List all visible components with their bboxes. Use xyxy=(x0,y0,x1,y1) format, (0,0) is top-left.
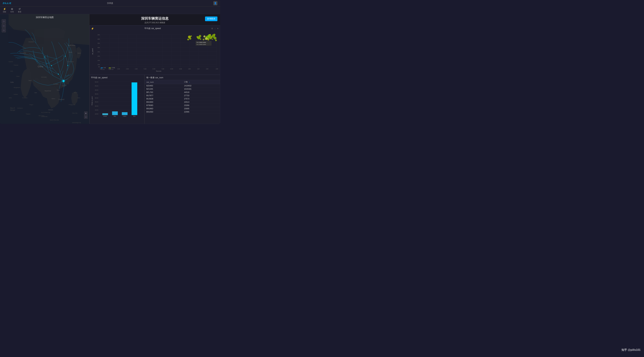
zoom-controls: + − xyxy=(84,112,88,119)
svg-text:Bangladesh: Bangladesh xyxy=(14,87,20,88)
add-chart-button[interactable]: 新增图表 xyxy=(205,16,218,21)
svg-text:Japan: Japan xyxy=(77,52,81,54)
svg-text:South China Sea: South China Sea xyxy=(50,120,59,120)
map-control-3[interactable]: □ xyxy=(2,28,6,32)
top-bar: ZILLIZ 仪表盘 👤 xyxy=(0,0,220,6)
svg-text:Myanmar: Myanmar xyxy=(45,90,51,92)
svg-text:50: 50 xyxy=(98,66,100,68)
scatter-filter-icon[interactable]: ⚡ xyxy=(91,27,94,30)
main-content: 深圳车辆营运地图 □ □ □ xyxy=(0,14,220,124)
svg-text:2.0M: 2.0M xyxy=(117,68,120,70)
map-controls: □ □ □ xyxy=(2,19,6,32)
svg-text:Kashmir: Kashmir xyxy=(8,61,13,62)
scatter-chart-title: 平均值 car_speed xyxy=(144,27,161,30)
svg-text:SICHUAN: SICHUAN xyxy=(41,76,46,78)
table-row: BFL763 44518 xyxy=(145,91,220,94)
toolbar-reset[interactable]: ↺ 重置 xyxy=(18,8,21,13)
cell-count: 27733 xyxy=(182,94,220,97)
col-count[interactable]: 计数 ↓ xyxy=(182,80,220,84)
svg-point-117 xyxy=(205,37,208,40)
svg-rect-149 xyxy=(102,114,108,115)
svg-point-4 xyxy=(58,74,59,75)
svg-text:Mongolia: Mongolia xyxy=(20,52,26,54)
table-row: B9190D 24513 xyxy=(145,100,220,104)
cell-car-num: B9186D xyxy=(145,107,182,110)
svg-text:7.0M: 7.0M xyxy=(161,68,164,70)
svg-text:Nha Trang: Nha Trang xyxy=(39,115,44,116)
toolbar-clear[interactable]: ⚡ 清除 xyxy=(3,8,6,13)
table-scroll[interactable]: car_num 计数 ↓ BZ0483 1419932 BZ1345 10191… xyxy=(145,80,220,114)
bar-chart-svg: 500.00 450.00 400.00 350.00 300.00 250.0… xyxy=(91,80,143,123)
zoom-in-button[interactable]: + xyxy=(84,112,88,115)
user-icon[interactable]: 👤 xyxy=(213,1,218,5)
map-control-2[interactable]: □ xyxy=(2,24,6,28)
svg-point-100 xyxy=(187,39,189,40)
table-row: BU7877 27733 xyxy=(145,94,220,97)
svg-text:300.00: 300.00 xyxy=(95,98,98,98)
map-svg: China Mongolia India Myanmar Thailand No… xyxy=(0,14,89,124)
svg-point-103 xyxy=(199,35,201,37)
svg-text:350.00: 350.00 xyxy=(95,94,98,95)
zoom-out-button[interactable]: − xyxy=(84,115,88,119)
toolbar-layout[interactable]: ⊞ 布局 xyxy=(10,8,14,13)
svg-text:Shanghai: Shanghai xyxy=(53,84,58,85)
scatter-chart-svg: 450 400 350 300 250 200 150 100 50 0.0 1… xyxy=(91,31,218,72)
svg-text:4.0M: 4.0M xyxy=(135,68,138,70)
svg-text:13M: 13M xyxy=(216,68,218,70)
svg-point-3 xyxy=(62,79,65,83)
svg-text:货运: 货运 xyxy=(133,116,136,117)
cell-count: 24513 xyxy=(182,100,220,104)
svg-point-6 xyxy=(44,56,45,58)
svg-text:Kolkata: Kolkata xyxy=(14,94,18,95)
scatter-settings-icon[interactable]: ⚙ xyxy=(211,27,213,30)
dashboard-subtitle: 总共277,502,913 条数据 xyxy=(92,21,218,24)
svg-text:5.0M: 5.0M xyxy=(144,68,146,70)
bar-chart-header: 平均值 car_speed xyxy=(91,76,143,79)
scatter-download-icon[interactable]: ↓ xyxy=(214,27,216,30)
svg-text:450.00: 450.00 xyxy=(95,85,98,86)
svg-text:Jaffna: Jaffna xyxy=(8,97,12,98)
svg-text:Taipei: Taipei xyxy=(56,90,60,91)
svg-text:300: 300 xyxy=(98,47,100,48)
scatter-chart-box: ⚡ 平均值 car_speed ⚙ ↓ ✕ xyxy=(90,26,220,75)
svg-text:Sri Lanka: Sri Lanka xyxy=(22,97,28,98)
sort-icon: ↓ xyxy=(189,81,190,83)
svg-rect-125 xyxy=(109,68,111,68)
cell-car-num: BFL763 xyxy=(145,91,182,94)
svg-text:Taiwan: Taiwan xyxy=(62,85,66,86)
svg-text:3.0M: 3.0M xyxy=(126,68,129,70)
svg-point-101 xyxy=(190,36,192,37)
svg-text:100.00: 100.00 xyxy=(95,114,98,114)
svg-point-116 xyxy=(215,40,217,41)
svg-text:350: 350 xyxy=(98,43,100,44)
logo: ZILLIZ xyxy=(3,2,12,4)
svg-text:平均值 car_speed: 平均值 car_speed xyxy=(92,96,93,106)
svg-text:10M: 10M xyxy=(188,68,190,70)
scatter-close-icon[interactable]: ✕ xyxy=(217,27,218,30)
map-control-1[interactable]: □ xyxy=(2,19,6,24)
col-car-num[interactable]: car_num xyxy=(145,80,182,84)
cell-count: 22995 xyxy=(182,110,220,114)
map-panel: 深圳车辆营运地图 □ □ □ xyxy=(0,14,90,124)
svg-text:100: 100 xyxy=(98,64,100,66)
data-table: car_num 计数 ↓ BZ0483 1419932 BZ1345 10191… xyxy=(145,80,220,114)
right-header: 深圳车辆营运信息 总共277,502,913 条数据 新增图表 xyxy=(90,14,220,26)
svg-text:行政车: 行政车 xyxy=(123,116,126,117)
svg-text:car_speed: car_speed xyxy=(92,48,94,54)
right-panel: 深圳车辆营运信息 总共277,502,913 条数据 新增图表 ⚡ 平均值 ca… xyxy=(90,14,220,124)
svg-point-114 xyxy=(214,37,216,40)
svg-text:Pakistan: Pakistan xyxy=(14,64,18,66)
svg-rect-150 xyxy=(112,111,118,115)
svg-point-105 xyxy=(200,38,201,40)
svg-text:6.0M: 6.0M xyxy=(152,68,155,70)
svg-text:8.0M: 8.0M xyxy=(170,68,173,70)
svg-text:Nepal: Nepal xyxy=(16,76,20,77)
svg-point-115 xyxy=(213,34,215,36)
svg-text:客运: 客运 xyxy=(114,116,116,117)
bar-chart-box: 平均值 car_speed xyxy=(90,75,144,124)
svg-rect-152 xyxy=(132,82,137,115)
table-title: 唯一数量 car_num xyxy=(145,75,220,80)
cell-count: 23005 xyxy=(182,107,220,110)
scatter-chart-row: ⚡ 平均值 car_speed ⚙ ↓ ✕ xyxy=(90,26,220,75)
dashboard-title: 深圳车辆营运信息 xyxy=(92,16,218,21)
